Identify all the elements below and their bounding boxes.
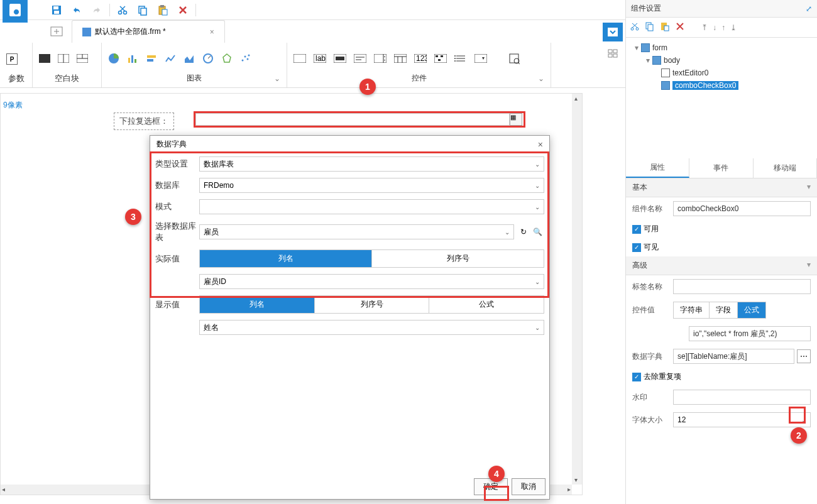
widget-label-icon[interactable]: lab: [314, 54, 326, 65]
side-tab-1[interactable]: [603, 23, 623, 41]
dialog-close-icon[interactable]: ×: [538, 140, 543, 150]
actual-seg-colindex[interactable]: 列序号: [372, 250, 544, 267]
widget-number2-icon[interactable]: 123: [414, 54, 427, 65]
widget-list-icon[interactable]: [454, 54, 467, 65]
display-value-select[interactable]: 姓名⌄: [199, 320, 544, 335]
combo-widget-highlight: ▦: [194, 111, 525, 128]
tree-node-form[interactable]: ▾form: [631, 41, 812, 54]
svg-rect-37: [354, 54, 366, 63]
chevron-down-icon[interactable]: ⌄: [538, 74, 544, 83]
tab-close-icon[interactable]: ×: [210, 28, 214, 36]
tag-name-input[interactable]: [673, 279, 811, 294]
tab-attributes[interactable]: 属性: [626, 158, 689, 178]
ok-button[interactable]: 确定: [474, 478, 508, 495]
actual-value-select[interactable]: 雇员ID⌄: [199, 274, 544, 289]
widget-combo-icon[interactable]: [474, 54, 487, 65]
data-dictionary-input[interactable]: [673, 349, 794, 364]
widget-number-icon[interactable]: [374, 54, 387, 65]
display-seg-formula[interactable]: 公式: [429, 296, 544, 313]
schema-label: 模式: [155, 201, 199, 212]
cut-icon[interactable]: [630, 21, 640, 33]
delete-icon[interactable]: [175, 3, 190, 18]
preview-icon[interactable]: 🔍: [530, 227, 544, 236]
scatter-chart-icon[interactable]: [240, 53, 251, 66]
block-solid-icon[interactable]: [39, 54, 50, 65]
side-tab-2[interactable]: [603, 44, 623, 63]
tree-node-body[interactable]: ▾body: [631, 54, 812, 67]
scrollbar-vertical[interactable]: ▴▾: [572, 94, 582, 485]
widget-preview-icon[interactable]: [508, 53, 520, 66]
chevron-down-icon: ⌄: [535, 204, 540, 211]
undo-icon[interactable]: [69, 3, 84, 18]
widget-date-icon[interactable]: [394, 54, 407, 65]
paste-icon[interactable]: [660, 21, 670, 33]
document-tab[interactable]: 默认选中全部值.frm * ×: [72, 20, 225, 43]
svg-rect-66: [613, 54, 617, 57]
cut-icon[interactable]: [115, 3, 130, 18]
combo-dropdown-icon[interactable]: ▦: [510, 113, 522, 126]
dialog-titlebar[interactable]: 数据字典 ×: [150, 136, 549, 153]
cancel-button[interactable]: 取消: [512, 478, 546, 495]
callout-2: 2: [791, 427, 807, 444]
table-select[interactable]: 雇员⌄: [199, 224, 514, 239]
stacked-bar-icon[interactable]: [146, 53, 157, 66]
redo-icon[interactable]: [89, 3, 104, 18]
copy-icon[interactable]: [645, 21, 655, 33]
delete-icon[interactable]: [675, 21, 685, 33]
visible-checkbox[interactable]: ✓: [632, 243, 641, 252]
db-select[interactable]: FRDemo⌄: [199, 178, 544, 193]
copy-icon[interactable]: [135, 3, 150, 18]
param-panel-icon[interactable]: P: [6, 53, 18, 65]
section-advanced[interactable]: 高级▾: [626, 256, 817, 275]
refresh-icon[interactable]: ↻: [517, 227, 530, 236]
paste-icon[interactable]: [155, 3, 170, 18]
section-basic[interactable]: 基本▾: [626, 178, 817, 197]
display-seg-colname[interactable]: 列名: [200, 296, 315, 313]
chevron-down-icon[interactable]: ⌄: [274, 74, 280, 83]
bar-chart-icon[interactable]: [127, 53, 138, 66]
block-split-v-icon[interactable]: [77, 54, 88, 65]
display-seg-colindex[interactable]: 列序号: [315, 296, 430, 313]
widget-button-icon[interactable]: [334, 54, 346, 65]
chevron-down-icon: ▾: [807, 182, 811, 193]
type-select[interactable]: 数据库表⌄: [199, 156, 544, 172]
move-down-icon[interactable]: ↓: [713, 23, 716, 32]
tree-node-combo[interactable]: comboCheckBox0: [631, 79, 812, 92]
chevron-down-icon: ⌄: [535, 182, 540, 189]
tab-mobile[interactable]: 移动端: [754, 158, 817, 178]
chevron-down-icon: ⌄: [535, 161, 540, 168]
line-chart-icon[interactable]: [165, 53, 176, 66]
more-button[interactable]: ⋯: [797, 349, 811, 363]
gauge-chart-icon[interactable]: [202, 53, 214, 66]
widget-text-icon[interactable]: [293, 54, 306, 65]
actual-seg-colname[interactable]: 列名: [200, 250, 372, 267]
component-name-input[interactable]: [673, 201, 811, 216]
area-chart-icon[interactable]: [184, 53, 195, 66]
save-icon[interactable]: [49, 3, 64, 18]
dedup-checkbox[interactable]: ✓: [632, 373, 641, 381]
tree-node-texteditor[interactable]: textEditor0: [631, 67, 812, 79]
move-top-icon[interactable]: ⤒: [701, 23, 708, 32]
svg-rect-20: [128, 58, 130, 63]
block-split-h-icon[interactable]: [58, 54, 69, 65]
move-up-icon[interactable]: ↑: [721, 23, 725, 32]
enabled-checkbox[interactable]: ✓: [632, 225, 641, 234]
new-tab-icon[interactable]: [44, 21, 69, 41]
combo-checkbox-input[interactable]: [195, 113, 510, 126]
widget-value-input[interactable]: [689, 326, 811, 341]
font-size-select[interactable]: 12⌄: [673, 412, 811, 427]
collapse-icon[interactable]: ⤢: [806, 4, 812, 13]
schema-select[interactable]: ⌄: [199, 199, 544, 214]
combo-label-widget[interactable]: 下拉复选框：: [114, 112, 174, 130]
widget-tree-icon[interactable]: [434, 54, 447, 65]
wv-formula-button[interactable]: 公式: [738, 302, 765, 318]
wv-field-button[interactable]: 字段: [710, 302, 738, 318]
watermark-input[interactable]: [673, 390, 811, 405]
svg-text:123: 123: [416, 54, 427, 63]
radar-chart-icon[interactable]: [221, 53, 233, 66]
tab-events[interactable]: 事件: [689, 158, 753, 178]
move-bottom-icon[interactable]: ⤓: [730, 23, 737, 32]
pie-chart-icon[interactable]: [108, 53, 119, 66]
wv-string-button[interactable]: 字符串: [674, 302, 710, 318]
widget-textarea-icon[interactable]: [354, 54, 366, 65]
